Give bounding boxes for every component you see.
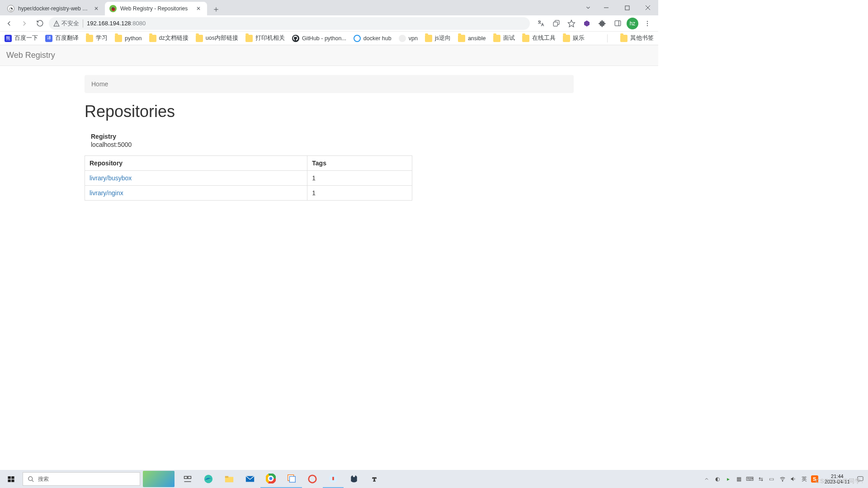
folder-icon <box>196 35 203 42</box>
app-brandbar: Web Registry <box>0 45 658 66</box>
repo-tag-count: 1 <box>307 171 412 186</box>
folder-icon <box>245 35 253 42</box>
tab-search-chevron-icon[interactable] <box>580 0 596 15</box>
bookmark-interview[interactable]: 面试 <box>493 34 515 42</box>
bookmark-label: dz文档链接 <box>159 34 189 42</box>
folder-icon <box>86 35 93 42</box>
breadcrumb: Home <box>85 75 574 93</box>
back-button[interactable] <box>3 17 15 30</box>
svg-point-12 <box>647 25 648 26</box>
kebab-menu-icon[interactable] <box>641 17 654 30</box>
page-viewport: Web Registry Home Repositories Registry … <box>0 45 658 351</box>
bookmark-label: docker hub <box>363 35 392 42</box>
bookmark-online-tools[interactable]: 在线工具 <box>522 34 556 42</box>
svg-marker-7 <box>568 20 575 27</box>
bookmark-docker-hub[interactable]: docker hub <box>354 35 392 42</box>
bookmark-printer[interactable]: 打印机相关 <box>245 34 285 42</box>
address-bar: 不安全 192.168.194.128:8080 hz <box>0 15 658 32</box>
forward-button[interactable] <box>18 17 31 30</box>
not-secure-label: 不安全 <box>61 19 79 28</box>
maximize-button[interactable] <box>617 0 637 15</box>
url-port: :8080 <box>131 20 146 27</box>
bookmark-baidu-fanyi[interactable]: 译百度翻译 <box>45 34 79 42</box>
url-host: 192.168.194.128 <box>87 20 131 27</box>
bookmark-js-reverse[interactable]: js逆向 <box>425 34 451 42</box>
baidu-icon: 熊 <box>5 35 12 42</box>
bookmark-label: ansible <box>468 35 486 42</box>
close-tab-icon[interactable]: ✕ <box>194 5 203 13</box>
not-secure-indicator[interactable]: 不安全 <box>53 19 83 28</box>
breadcrumb-home[interactable]: Home <box>91 80 108 88</box>
tab-favicon: ◔ <box>7 5 14 12</box>
bookmark-label: js逆向 <box>435 34 451 42</box>
extensions-puzzle-icon[interactable] <box>596 17 609 30</box>
tab-web-registry[interactable]: 🐞 Web Registry - Repositories ✕ <box>105 2 207 15</box>
window-controls <box>580 0 658 15</box>
bookmark-dz-docs[interactable]: dz文档链接 <box>149 34 189 42</box>
folder-icon <box>522 35 529 42</box>
table-header-row: Repository Tags <box>85 156 412 171</box>
bookmark-label: GitHub - python... <box>302 35 346 42</box>
bookmark-github-python[interactable]: GitHub - python... <box>292 35 346 42</box>
translate-icon[interactable] <box>534 17 547 30</box>
tab-title: Web Registry - Repositories <box>120 5 191 12</box>
page-title: Repositories <box>85 102 574 121</box>
bookmark-vpn[interactable]: vpn <box>399 35 418 42</box>
bookmark-python[interactable]: python <box>115 35 142 42</box>
new-tab-button[interactable]: ＋ <box>210 3 222 15</box>
tab-docker-registry-web[interactable]: ◔ hyper/docker-registry-web - D ✕ <box>3 2 105 15</box>
avatar-initials: hz <box>630 20 636 27</box>
bookmark-uos[interactable]: uos内部链接 <box>196 34 238 42</box>
url-input[interactable]: 不安全 192.168.194.128:8080 <box>49 17 530 30</box>
table-row: livrary/nginx 1 <box>85 186 412 201</box>
bookmark-label: 在线工具 <box>532 34 556 42</box>
app-brand[interactable]: Web Registry <box>6 51 55 60</box>
repo-link[interactable]: livrary/nginx <box>90 189 123 197</box>
bookmark-other[interactable]: 其他书签 <box>620 34 654 42</box>
bookmark-ansible[interactable]: ansible <box>458 35 486 42</box>
registry-label: Registry <box>85 133 574 140</box>
fanyi-icon: 译 <box>45 35 52 42</box>
bookmark-entertainment[interactable]: 娱乐 <box>563 34 585 42</box>
bookmark-label: 其他书签 <box>630 34 654 42</box>
browser-tab-strip: ◔ hyper/docker-registry-web - D ✕ 🐞 Web … <box>0 0 658 15</box>
bookmark-label: python <box>125 35 142 42</box>
repo-tag-count: 1 <box>307 186 412 201</box>
extension-icon[interactable] <box>580 17 593 30</box>
profile-avatar[interactable]: hz <box>627 18 638 29</box>
github-icon <box>292 35 299 42</box>
share-icon[interactable] <box>550 17 562 30</box>
folder-icon <box>493 35 500 42</box>
bookmarks-separator <box>607 34 608 42</box>
bookmark-label: 百度一下 <box>14 34 38 42</box>
close-tab-icon[interactable]: ✕ <box>92 5 100 13</box>
bookmark-study[interactable]: 学习 <box>86 34 108 42</box>
page-container: Home Repositories Registry localhost:500… <box>78 66 580 201</box>
registry-url: localhost:5000 <box>85 141 574 148</box>
svg-rect-8 <box>615 21 621 26</box>
bookmark-label: 百度翻译 <box>55 34 79 42</box>
col-tags: Tags <box>307 156 412 171</box>
bookmark-star-icon[interactable] <box>565 17 578 30</box>
folder-icon <box>620 35 627 42</box>
bookmark-label: uos内部链接 <box>206 34 238 42</box>
bookmark-baidu[interactable]: 熊百度一下 <box>5 34 38 42</box>
close-window-button[interactable] <box>637 0 658 15</box>
address-actions: hz <box>533 17 656 30</box>
repo-link[interactable]: livrary/busybox <box>90 174 132 182</box>
tab-favicon: 🐞 <box>109 5 117 12</box>
reload-button[interactable] <box>33 17 46 30</box>
bookmark-label: 学习 <box>96 34 108 42</box>
folder-icon <box>149 35 156 42</box>
docker-icon <box>354 35 361 42</box>
minimize-button[interactable] <box>596 0 617 15</box>
table-row: livrary/busybox 1 <box>85 171 412 186</box>
side-panel-icon[interactable] <box>611 17 624 30</box>
bookmark-label: vpn <box>409 35 418 42</box>
folder-icon <box>563 35 570 42</box>
folder-icon <box>458 35 465 42</box>
svg-point-11 <box>647 23 648 23</box>
svg-rect-1 <box>625 6 629 10</box>
folder-icon <box>115 35 122 42</box>
bookmark-label: 面试 <box>503 34 515 42</box>
